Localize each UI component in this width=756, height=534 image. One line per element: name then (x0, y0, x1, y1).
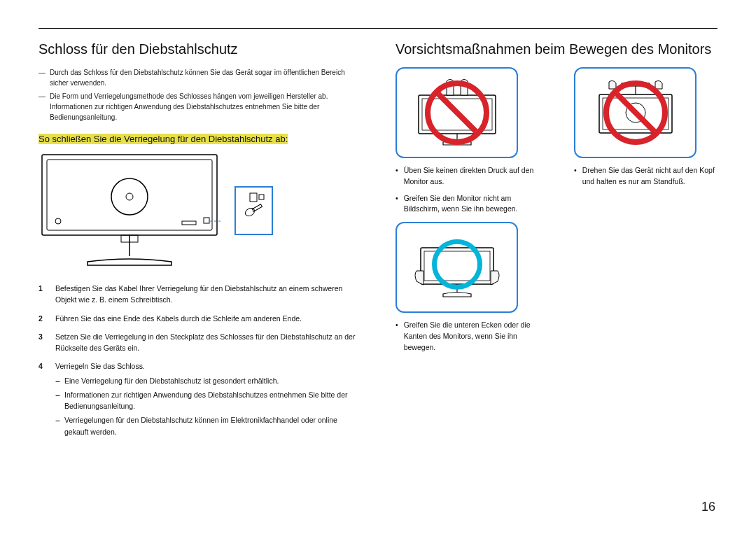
precaution-figure-press (396, 67, 518, 158)
precaution-figure-upside (574, 67, 696, 158)
svg-rect-13 (252, 204, 262, 211)
note-1: Durch das Schloss für den Diebstahlschut… (50, 67, 360, 88)
step-4a: Eine Verriegelung für den Diebstahlschut… (64, 375, 279, 386)
step-2: Führen Sie das eine Ende des Kabels durc… (55, 313, 302, 324)
svg-point-4 (55, 218, 61, 224)
left-subheading: So schließen Sie die Verriegelung für de… (38, 134, 288, 144)
step-4: Verriegeln Sie das Schloss. (55, 362, 145, 370)
svg-rect-11 (259, 195, 264, 199)
bullet-2: Greifen Sie den Monitor nicht am Bildsch… (404, 193, 546, 216)
lock-figure (38, 151, 360, 270)
svg-rect-10 (250, 193, 257, 202)
note-2: Die Form und Verriegelungsmethode des Sc… (50, 91, 360, 122)
svg-rect-1 (47, 160, 212, 230)
bullet-1: Üben Sie keinen direkten Druck auf den M… (404, 165, 546, 188)
right-heading: Vorsichtsmaßnahmen beim Bewegen des Moni… (396, 41, 724, 57)
bullet-4: Greifen Sie die unteren Ecken oder die K… (404, 320, 546, 353)
svg-rect-5 (182, 221, 196, 225)
step-3: Setzen Sie die Verriegelung in den Steck… (55, 331, 360, 354)
left-heading: Schloss für den Diebstahlschutz (38, 41, 360, 57)
svg-rect-0 (42, 155, 217, 235)
svg-point-3 (126, 193, 133, 200)
step-4b: Informationen zur richtigen Anwendung de… (64, 389, 360, 412)
precaution-figure-correct (396, 222, 518, 313)
page-number: 16 (701, 500, 715, 514)
prohibit-icon (603, 80, 668, 145)
prohibit-icon (425, 80, 489, 145)
steps-list: 1Befestigen Sie das Kabel Ihrer Verriege… (38, 283, 360, 440)
svg-rect-6 (204, 218, 209, 223)
step-4c: Verriegelungen für den Diebstahlschutz k… (64, 414, 360, 437)
step-1: Befestigen Sie das Kabel Ihrer Verriegel… (55, 283, 360, 306)
left-column: Schloss für den Diebstahlschutz ―Durch d… (38, 41, 360, 447)
allow-icon (432, 239, 482, 290)
right-column: Vorsichtsmaßnahmen beim Bewegen des Moni… (396, 41, 724, 447)
bullet-3: Drehen Sie das Gerät nicht auf den Kopf … (582, 165, 724, 188)
svg-point-2 (111, 178, 148, 215)
